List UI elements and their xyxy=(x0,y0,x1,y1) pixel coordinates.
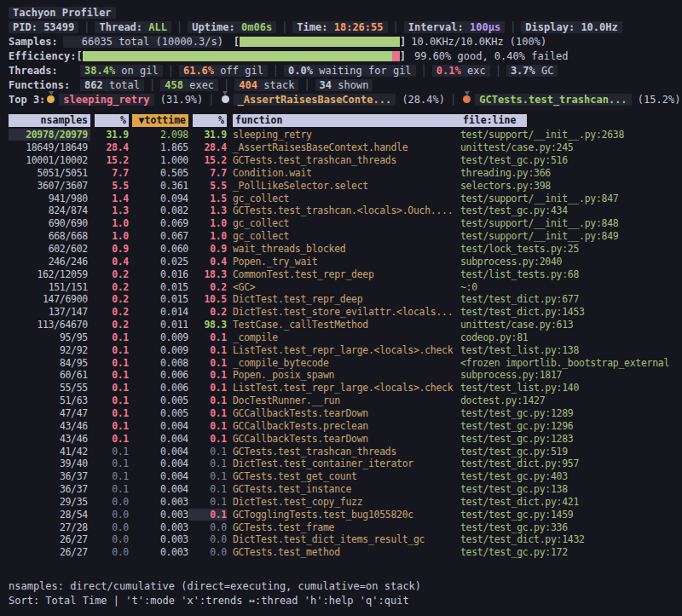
status-item-value: 53499 xyxy=(43,21,74,33)
table-row[interactable]: 162/120590.20.01618.3CommonTest.test_rep… xyxy=(9,268,673,280)
nsamples-cell: 36/37 xyxy=(9,483,90,495)
file-line-cell: test/test_gc.py:172 xyxy=(455,546,673,558)
function-cell: CommonTest.test_repr_deep xyxy=(227,268,455,280)
file-line-cell: test/list_tests.py:68 xyxy=(455,268,673,280)
table-row[interactable]: 95/950.10.0090.1_compilecodeop.py:81 xyxy=(9,331,673,344)
table-row[interactable]: 39/400.10.0040.1DictTest.test_container_… xyxy=(9,458,673,470)
table-header-row: nsamples%▼tottime%functionfile:line xyxy=(9,113,673,127)
file-line-cell: test/test_gc.py:1289 xyxy=(455,407,673,419)
file-line-cell: test/test_gc.py:1296 xyxy=(455,420,673,432)
table-row[interactable]: 5051/50517.70.5057.7Condition.waitthread… xyxy=(9,167,673,180)
file-line-cell: test/support/__init__.py:848 xyxy=(455,217,673,229)
table-row[interactable]: 668/6681.00.0671.0gc_collecttest/support… xyxy=(9,230,673,243)
table-row[interactable]: 26/270.00.0030.0DictTest.test_dict_items… xyxy=(9,533,673,546)
direct-pct-cell: 0.1 xyxy=(90,407,129,419)
table-row[interactable]: 92/920.10.0090.1ListTest.test_repr_large… xyxy=(9,343,673,356)
table-row[interactable]: 151/1510.20.0150.2<GC>~:0 xyxy=(9,280,673,293)
tottime-cell: 0.008 xyxy=(129,357,188,369)
table-row[interactable]: 51/630.10.0050.1DocTestRunner.__rundocte… xyxy=(9,394,673,407)
table-row[interactable]: 113/646700.20.01198.3TestCase._callTestM… xyxy=(9,319,673,331)
table-row[interactable]: 137/1470.20.0140.2DictTest.test_store_ev… xyxy=(9,306,673,319)
cum-pct-cell: 0.0 xyxy=(188,546,227,558)
function-cell: GCTests.test_method xyxy=(227,546,455,558)
direct-pct-cell: 0.0 xyxy=(90,509,129,521)
column-header-nsamples[interactable]: nsamples xyxy=(9,114,90,127)
top3-item-name: GCTests.test_trashcan... xyxy=(475,94,631,106)
table-row[interactable]: 47/470.10.0050.1GCCallbackTests.tearDown… xyxy=(9,407,673,420)
function-cell: GCTests.test_frame xyxy=(227,521,455,533)
samples-total: 66035 total (10000.3/s) xyxy=(63,36,222,48)
table-row[interactable]: 36/370.10.0040.1GCTests.test_instancetes… xyxy=(9,483,673,496)
direct-pct-cell: 0.1 xyxy=(90,394,129,406)
table-row[interactable]: 18649/1864928.41.86528.4_AssertRaisesBas… xyxy=(9,141,673,154)
status-item-label: Time: xyxy=(297,21,333,33)
gold-medal-icon xyxy=(47,95,55,103)
nsamples-cell: 668/668 xyxy=(9,230,90,242)
functions-stat-value: 34 xyxy=(320,79,332,91)
separator-icon: │ xyxy=(416,65,432,77)
table-row[interactable]: 84/950.10.0080.1_compile_bytecode<frozen… xyxy=(9,356,673,369)
cum-pct-cell: 0.0 xyxy=(188,521,227,533)
table-row[interactable]: 29/350.00.0030.1DictTest.test_copy_fuzzt… xyxy=(9,495,673,508)
table-row[interactable]: 246/2460.40.0250.4Popen._try_waitsubproc… xyxy=(9,255,673,268)
table-row[interactable]: 27/280.00.0030.0GCTests.test_frametest/t… xyxy=(9,521,673,533)
direct-pct-cell: 31.9 xyxy=(90,129,129,141)
tottime-cell: 0.004 xyxy=(129,483,188,495)
thread-stat-label: off gil xyxy=(214,65,263,77)
column-header-direct-pct[interactable]: % xyxy=(95,114,129,127)
cum-pct-cell: 1.5 xyxy=(188,193,227,204)
cum-pct-cell: 0.1 xyxy=(188,433,227,445)
file-line-cell: test/test_gc.py:1283 xyxy=(455,433,673,445)
cum-pct-cell: 0.4 xyxy=(188,256,227,268)
thread-stat: 0.1% exc xyxy=(432,65,490,77)
thread-stat: 38.4% on gil xyxy=(80,65,163,77)
function-cell: _compile_bytecode xyxy=(227,357,455,369)
title-line: Tachyon Profiler xyxy=(9,5,673,20)
status-item-value: ALL xyxy=(148,21,167,33)
table-row[interactable]: 602/6020.90.0600.9wait_threads_blockedte… xyxy=(9,243,673,256)
direct-pct-cell: 0.0 xyxy=(90,521,129,533)
top3-item-name: _AssertRaisesBaseConte... xyxy=(234,94,396,106)
table-row[interactable]: 60/610.10.0060.1Popen._posix_spawnsubpro… xyxy=(9,369,673,382)
separator-icon: │ xyxy=(445,94,461,106)
file-line-cell: selectors.py:398 xyxy=(455,180,673,192)
column-header-tottime[interactable]: ▼tottime xyxy=(132,114,188,127)
nsamples-cell: 26/27 xyxy=(9,533,90,545)
table-row[interactable]: 55/550.10.0060.1ListTest.test_repr_large… xyxy=(9,382,673,394)
thread-stat-label: GC xyxy=(535,65,554,77)
table-row[interactable]: 690/6901.00.0691.0gc_collecttest/support… xyxy=(9,217,673,230)
footer: nsamples: direct/cumulative (direct=exec… xyxy=(9,579,673,608)
table-row[interactable]: 941/9801.40.0941.5gc_collecttest/support… xyxy=(9,192,673,204)
column-header-function[interactable]: function xyxy=(233,114,461,127)
tottime-cell: 0.003 xyxy=(129,496,188,508)
thread-label: Threads: xyxy=(9,65,80,77)
function-cell: GCTests.test_get_count xyxy=(227,470,455,482)
nsamples-cell: 246/246 xyxy=(9,256,90,268)
functions-stat-label: total xyxy=(103,79,140,91)
table-row[interactable]: 43/460.10.0040.1GCCallbackTests.tearDown… xyxy=(9,432,673,445)
status-item-value: 100μs xyxy=(470,21,500,33)
status-item-label: Display: xyxy=(525,21,581,33)
table-row[interactable]: 20978/2097931.92.09831.9sleeping_retryte… xyxy=(9,129,673,141)
table-row[interactable]: 3607/36075.50.3615.5_PollLikeSelector.se… xyxy=(9,179,673,192)
column-header-cum-pct[interactable]: % xyxy=(193,114,227,127)
table-row[interactable]: 36/370.10.0040.1GCTests.test_get_countte… xyxy=(9,470,673,483)
function-cell: Popen._posix_spawn xyxy=(227,369,455,381)
table-row[interactable]: 41/420.10.0040.1GCTests.test_trashcan_th… xyxy=(9,445,673,458)
status-item: Display: 10.0Hz xyxy=(521,21,621,33)
table-row[interactable]: 147/69000.20.01510.5DictTest.test_repr_d… xyxy=(9,293,673,306)
direct-pct-cell: 1.4 xyxy=(90,193,129,204)
table-row[interactable]: 824/8741.30.0821.3GCTests.test_trashcan.… xyxy=(9,204,673,217)
function-cell: _AssertRaisesBaseContext.handle xyxy=(227,141,455,153)
direct-pct-cell: 0.1 xyxy=(90,470,129,482)
table-row[interactable]: 28/540.00.0030.1GCTogglingTests.test_bug… xyxy=(9,508,673,521)
function-cell: GCCallbackTests.tearDown xyxy=(227,407,455,419)
status-item: Uptime: 0m06s xyxy=(188,21,276,33)
table-row[interactable]: 43/460.10.0040.1GCCallbackTests.preclean… xyxy=(9,419,673,432)
cum-pct-cell: 0.1 xyxy=(188,369,227,381)
table-row[interactable]: 10001/1000215.21.00015.2GCTests.test_tra… xyxy=(9,154,673,167)
column-header-file-line[interactable]: file:line xyxy=(460,114,527,127)
tottime-cell: 1.000 xyxy=(129,154,188,166)
table-row[interactable]: 26/270.00.0030.0GCTests.test_methodtest/… xyxy=(9,546,673,559)
thread-stat-label: exc xyxy=(461,65,486,77)
